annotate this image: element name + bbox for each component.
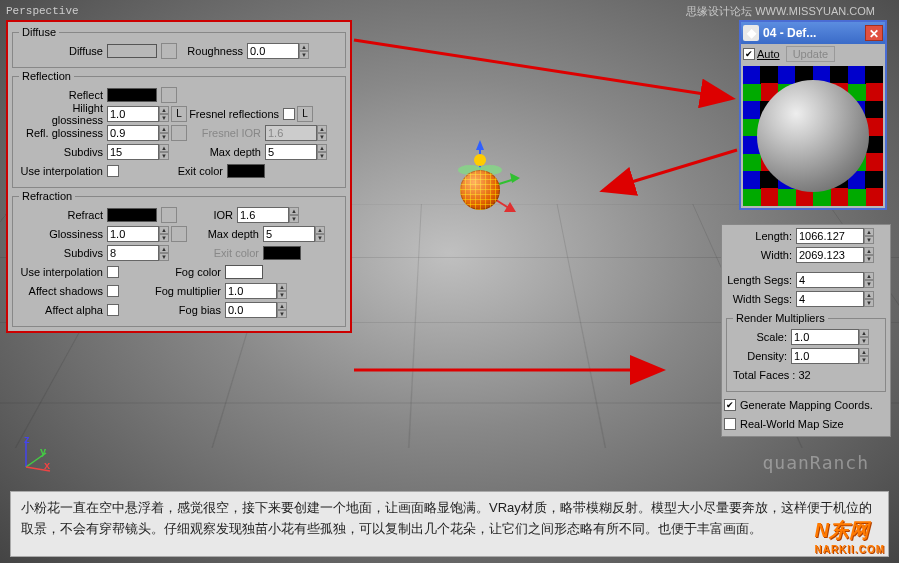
- length-segs-label: Length Segs:: [724, 274, 796, 286]
- reflect-map-button[interactable]: [161, 87, 177, 103]
- real-world-label: Real-World Map Size: [740, 418, 844, 430]
- fresnel-lock-button[interactable]: L: [297, 106, 313, 122]
- svg-line-14: [26, 467, 50, 471]
- length-segs-input[interactable]: [796, 272, 864, 288]
- refl-subdivs-input[interactable]: [107, 144, 159, 160]
- svg-line-13: [26, 453, 46, 467]
- roughness-label: Roughness: [177, 45, 247, 57]
- diffuse-label: Diffuse: [19, 45, 107, 57]
- refract-map-button[interactable]: [161, 207, 177, 223]
- affect-shadows-label: Affect shadows: [19, 285, 107, 297]
- svg-marker-1: [476, 140, 484, 150]
- gen-mapping-checkbox[interactable]: [724, 399, 736, 411]
- refract-color-swatch[interactable]: [107, 208, 157, 222]
- width-input[interactable]: [796, 247, 864, 263]
- auto-checkbox[interactable]: [743, 48, 755, 60]
- fresnel-ior-label: Fresnel IOR: [187, 127, 265, 139]
- length-label: Length:: [724, 230, 796, 242]
- hilight-gloss-input[interactable]: [107, 106, 159, 122]
- refl-useinterp-label: Use interpolation: [19, 165, 107, 177]
- watermark-text: 思缘设计论坛 WWW.MISSYUAN.COM: [686, 4, 875, 19]
- reflection-group: Reflection Reflect Hilight glossiness ▲▼…: [12, 70, 346, 188]
- diffuse-group: Diffuse Diffuse Roughness ▲▼: [12, 26, 346, 68]
- refr-subdivs-label: Subdivs: [19, 247, 107, 259]
- refr-subdivs-input[interactable]: [107, 245, 159, 261]
- spinner-down[interactable]: ▼: [299, 51, 309, 59]
- scene-flower-object[interactable]: [440, 140, 520, 220]
- diffuse-map-button[interactable]: [161, 43, 177, 59]
- scale-input[interactable]: [791, 329, 859, 345]
- gen-mapping-label: Generate Mapping Coords.: [740, 399, 873, 411]
- plane-properties-panel: Length: ▲▼ Width: ▲▼ Length Segs: ▲▼ Wid…: [721, 224, 891, 437]
- refl-maxdepth-label: Max depth: [169, 146, 265, 158]
- width-label: Width:: [724, 249, 796, 261]
- affect-shadows-checkbox[interactable]: [107, 285, 119, 297]
- diffuse-legend: Diffuse: [19, 26, 59, 38]
- window-titlebar[interactable]: ◆ 04 - Def... ✕: [741, 22, 885, 44]
- refl-exitcolor-swatch[interactable]: [227, 164, 265, 178]
- render-multipliers-group: Render Multipliers Scale: ▲▼ Density: ▲▼…: [726, 312, 886, 392]
- spinner-up[interactable]: ▲: [299, 43, 309, 51]
- auto-label: Auto: [757, 48, 780, 60]
- refl-useinterp-checkbox[interactable]: [107, 165, 119, 177]
- svg-marker-3: [510, 173, 520, 183]
- reflect-color-swatch[interactable]: [107, 88, 157, 102]
- refr-gloss-input[interactable]: [107, 226, 159, 242]
- fresnel-label: Fresnel reflections: [187, 108, 283, 120]
- update-button[interactable]: Update: [786, 46, 835, 62]
- reflect-label: Reflect: [19, 89, 107, 101]
- refl-exitcolor-label: Exit color: [119, 165, 227, 177]
- close-button[interactable]: ✕: [865, 25, 883, 41]
- axis-gizmo: zyx: [16, 433, 56, 473]
- affect-alpha-checkbox[interactable]: [107, 304, 119, 316]
- refr-useinterp-label: Use interpolation: [19, 266, 107, 278]
- refraction-legend: Refraction: [19, 190, 75, 202]
- refl-gloss-input[interactable]: [107, 125, 159, 141]
- diffuse-color-swatch[interactable]: [107, 44, 157, 58]
- fresnel-ior-input: [265, 125, 317, 141]
- width-segs-input[interactable]: [796, 291, 864, 307]
- refr-gloss-label: Glossiness: [19, 228, 107, 240]
- refr-maxdepth-input[interactable]: [263, 226, 315, 242]
- fogcolor-label: Fog color: [119, 266, 225, 278]
- vray-icon: ◆: [743, 25, 759, 41]
- hilight-gloss-label: Hilight glossiness: [19, 102, 107, 126]
- real-world-checkbox[interactable]: [724, 418, 736, 430]
- density-label: Density:: [733, 350, 791, 362]
- ior-input[interactable]: [237, 207, 289, 223]
- fogmult-input[interactable]: [225, 283, 277, 299]
- refr-maxdepth-label: Max depth: [187, 228, 263, 240]
- material-preview-checker: [743, 66, 883, 206]
- svg-point-8: [474, 154, 486, 166]
- fogcolor-swatch[interactable]: [225, 265, 263, 279]
- scale-label: Scale:: [733, 331, 791, 343]
- refl-subdivs-label: Subdivs: [19, 146, 107, 158]
- tutorial-caption: 小粉花一直在空中悬浮着，感觉很空，接下来要创建一个地面，让画面略显饱满。VRay…: [10, 491, 889, 557]
- density-input[interactable]: [791, 348, 859, 364]
- refr-gloss-map-button[interactable]: [171, 226, 187, 242]
- refl-gloss-label: Refl. glossiness: [19, 127, 107, 139]
- reflection-legend: Reflection: [19, 70, 74, 82]
- hilight-lock-button[interactable]: L: [171, 106, 187, 122]
- fresnel-checkbox[interactable]: [283, 108, 295, 120]
- refr-useinterp-checkbox[interactable]: [107, 266, 119, 278]
- watermark-author: quanRanch: [762, 452, 869, 473]
- fogbias-label: Fog bias: [119, 304, 225, 316]
- affect-alpha-label: Affect alpha: [19, 304, 107, 316]
- render-mult-legend: Render Multipliers: [733, 312, 828, 324]
- fogbias-input[interactable]: [225, 302, 277, 318]
- material-preview-window[interactable]: ◆ 04 - Def... ✕ Auto Update: [739, 20, 887, 210]
- refl-maxdepth-input[interactable]: [265, 144, 317, 160]
- width-segs-label: Width Segs:: [724, 293, 796, 305]
- length-input[interactable]: [796, 228, 864, 244]
- refr-exitcolor-label: Exit color: [169, 247, 263, 259]
- refl-gloss-map-button[interactable]: [171, 125, 187, 141]
- refr-exitcolor-swatch[interactable]: [263, 246, 301, 260]
- refract-label: Refract: [19, 209, 107, 221]
- window-title: 04 - Def...: [763, 26, 816, 40]
- site-logo: N东网NARKII.COM: [814, 517, 885, 555]
- viewport-label: Perspective: [6, 5, 79, 17]
- roughness-input[interactable]: [247, 43, 299, 59]
- total-faces-label: Total Faces : 32: [733, 369, 815, 381]
- vray-material-panel: Diffuse Diffuse Roughness ▲▼ Reflection …: [6, 20, 352, 333]
